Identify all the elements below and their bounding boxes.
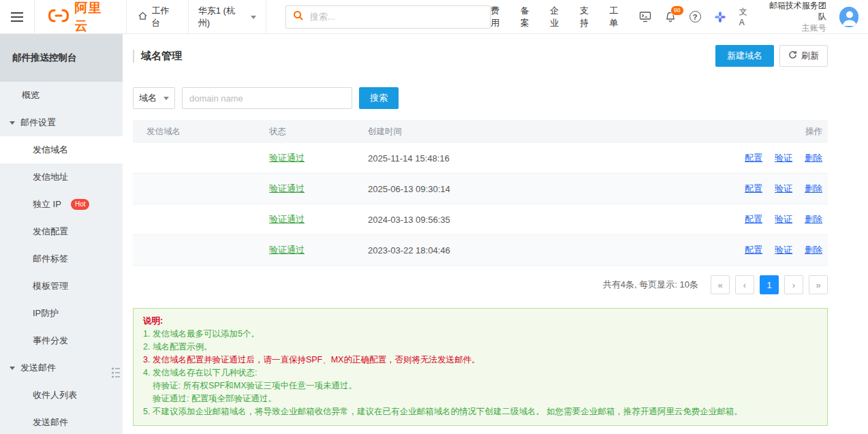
sidebar-group-mail-settings[interactable]: 邮件设置 [0, 109, 123, 136]
filter-field-select[interactable]: 域名 [133, 87, 175, 109]
configure-link[interactable]: 配置 [745, 244, 762, 256]
sidebar-item-mail-tags[interactable]: 邮件标签 [0, 245, 123, 273]
domain-table: 发信域名 状态 创建时间 操作 验证通过 2025-11-14 15:48:16… [133, 120, 828, 266]
account-info: 邮箱技术服务团队 主账号 [764, 0, 826, 33]
chevron-down-icon [251, 16, 256, 22]
region-selector[interactable]: 华东1 (杭州) [189, 0, 266, 33]
sidebar-item-ip-protection[interactable]: IP防护 [0, 300, 123, 327]
notification-bell-icon[interactable]: 98 [664, 11, 677, 23]
status-link[interactable]: 验证通过 [269, 183, 368, 195]
hamburger-icon [11, 10, 23, 25]
notice-line: 2. 域名配置示例。 [143, 341, 818, 354]
notice-line: 4. 发信域名存在以下几种状态: [143, 367, 818, 379]
sidebar-item-dedicated-ip[interactable]: 独立 IP Hot [0, 191, 123, 218]
notice-title: 说明: [143, 315, 818, 328]
region-label: 华东1 (杭州) [198, 5, 245, 29]
global-search-input[interactable] [310, 12, 484, 22]
column-domain: 发信域名 [146, 126, 269, 138]
sidebar-item-overview[interactable]: 概览 [0, 82, 123, 109]
page-title: 域名管理 [133, 50, 182, 63]
next-page-button[interactable]: › [784, 275, 803, 294]
nav-enterprise[interactable]: 企业 [550, 5, 566, 29]
verify-link[interactable]: 验证 [775, 244, 792, 256]
table-row: 验证通过 2023-03-22 18:04:46 配置 验证 删除 [133, 235, 828, 266]
sidebar: 邮件推送控制台 概览 邮件设置 发信域名 发信地址 独立 IP Hot 发信配置… [0, 34, 123, 434]
topbar: 阿里云 工作台 华东1 (杭州) 费用 备案 企业 支持 工单 [0, 0, 868, 34]
console-terminal-icon[interactable] [639, 11, 651, 22]
sidebar-item-sender-addresses[interactable]: 发信地址 [0, 164, 123, 191]
language-icon[interactable]: 文A [739, 6, 752, 27]
last-page-button[interactable]: » [809, 275, 828, 294]
created-time: 2025-11-14 15:48:16 [368, 153, 681, 164]
delete-link[interactable]: 删除 [805, 213, 822, 226]
nav-billing[interactable]: 费用 [491, 5, 507, 29]
pagination: 共有4条, 每页显示: 10条 « ‹ 1 › » [133, 266, 828, 304]
status-link[interactable]: 验证通过 [269, 152, 368, 164]
triangle-down-icon [10, 121, 15, 127]
create-domain-button[interactable]: 新建域名 [715, 45, 774, 67]
delete-link[interactable]: 删除 [805, 244, 822, 256]
apps-pinwheel-icon[interactable] [714, 11, 726, 23]
sidebar-collapse-handle[interactable] [111, 365, 121, 382]
workbench-label: 工作台 [152, 5, 177, 29]
table-header: 发信域名 状态 创建时间 操作 [133, 120, 828, 143]
created-time: 2025-06-13 09:30:14 [368, 184, 681, 194]
notice-line: 1. 发信域名最多可以添加5个。 [143, 328, 818, 341]
column-created: 创建时间 [368, 126, 681, 138]
global-search [285, 5, 491, 29]
search-icon [293, 10, 304, 23]
pagination-summary: 共有4条, 每页显示: 10条 [603, 279, 698, 291]
sidebar-item-template-management[interactable]: 模板管理 [0, 273, 123, 300]
status-link[interactable]: 验证通过 [269, 213, 368, 226]
verify-link[interactable]: 验证 [775, 183, 792, 195]
sidebar-item-sender-domains[interactable]: 发信域名 [0, 136, 123, 164]
chevron-down-icon [164, 97, 169, 103]
nav-support[interactable]: 支持 [580, 5, 596, 29]
search-button[interactable]: 搜索 [359, 87, 399, 109]
triangle-down-icon [10, 367, 15, 373]
notification-badge: 98 [670, 5, 684, 16]
column-actions: 操作 [681, 126, 828, 138]
created-time: 2024-03-13 09:56:35 [368, 215, 681, 225]
configure-link[interactable]: 配置 [745, 152, 762, 164]
team-name: 邮箱技术服务团队 [764, 0, 826, 22]
sidebar-title: 邮件推送控制台 [0, 34, 123, 82]
notice-line: 5. 不建议添加企业邮箱域名，将导致企业邮箱收信异常，建议在已有企业邮箱域名的情… [143, 405, 818, 418]
aliyun-logo-icon [47, 8, 70, 25]
verify-link[interactable]: 验证 [775, 213, 792, 226]
workbench-tab[interactable]: 工作台 [126, 0, 189, 33]
sidebar-item-event-dispatch[interactable]: 事件分发 [0, 327, 123, 354]
refresh-icon [788, 50, 797, 61]
configure-link[interactable]: 配置 [745, 213, 762, 226]
menu-toggle-button[interactable] [0, 0, 35, 33]
first-page-button[interactable]: « [711, 275, 730, 294]
sidebar-item-sending-config[interactable]: 发信配置 [0, 218, 123, 245]
table-row: 验证通过 2025-11-14 15:48:16 配置 验证 删除 [133, 143, 828, 174]
delete-link[interactable]: 删除 [805, 152, 822, 164]
refresh-button[interactable]: 刷新 [779, 45, 828, 67]
main-content: 域名管理 新建域名 刷新 域名 搜索 发信域名 状态 创建时间 操作 [123, 34, 868, 434]
notice-line: 待验证: 所有权SPF和MX验证三项中任意一项未通过。 [143, 379, 818, 392]
avatar[interactable] [839, 7, 858, 27]
aliyun-logo[interactable]: 阿里云 [35, 0, 126, 33]
account-type: 主账号 [764, 22, 826, 33]
domain-search-input[interactable] [182, 87, 352, 109]
status-link[interactable]: 验证通过 [269, 244, 368, 256]
help-icon[interactable]: ? [689, 11, 701, 22]
page-1-button[interactable]: 1 [760, 275, 779, 294]
notice-line: 3. 发信域名配置并验证通过后，请一直保持SPF、MX的正确配置，否则将无法发送… [143, 354, 818, 367]
verify-link[interactable]: 验证 [775, 152, 792, 164]
delete-link[interactable]: 删除 [805, 183, 822, 195]
nav-tickets[interactable]: 工单 [609, 5, 625, 29]
sidebar-item-recipient-lists[interactable]: 收件人列表 [0, 382, 123, 409]
notice-box: 说明: 1. 发信域名最多可以添加5个。 2. 域名配置示例。 3. 发信域名配… [133, 308, 828, 426]
nav-icp[interactable]: 备案 [521, 5, 537, 29]
column-status: 状态 [269, 126, 368, 138]
sidebar-item-send-mail[interactable]: 发送邮件 [0, 409, 123, 434]
prev-page-button[interactable]: ‹ [735, 275, 754, 294]
sidebar-group-send-mail[interactable]: 发送邮件 [0, 354, 123, 382]
table-row: 验证通过 2025-06-13 09:30:14 配置 验证 删除 [133, 174, 828, 204]
configure-link[interactable]: 配置 [745, 183, 762, 195]
logo-text: 阿里云 [75, 0, 114, 35]
hot-badge: Hot [71, 199, 90, 210]
